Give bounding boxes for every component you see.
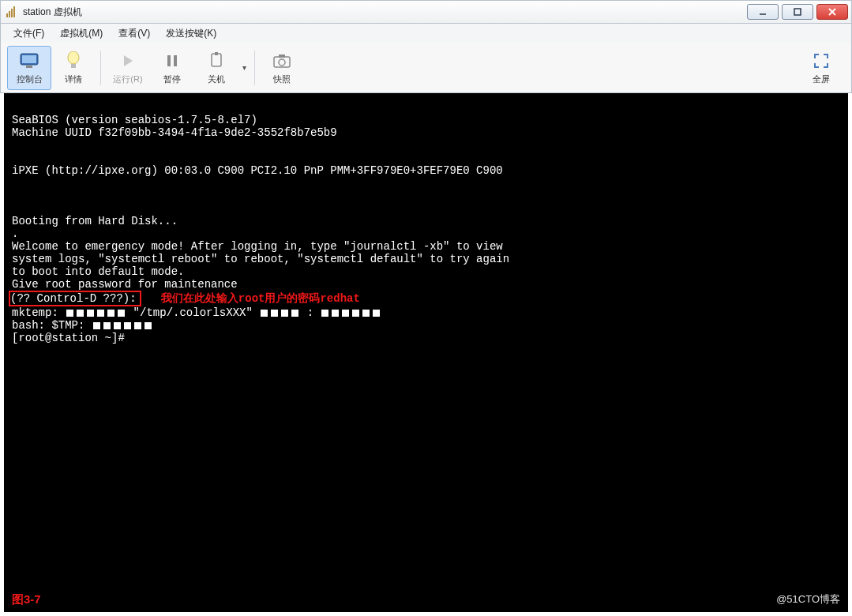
details-button[interactable]: 详情 xyxy=(51,46,96,90)
pause-label: 暂停 xyxy=(163,73,181,85)
console-line: SeaBIOS (version seabios-1.7.5-8.el7) xyxy=(12,114,257,126)
console-line: mktemp: xyxy=(12,306,65,319)
console-line: "/tmp/.colorlsXXX" xyxy=(126,306,259,319)
svg-point-11 xyxy=(68,51,79,64)
menubar: 文件(F) 虚拟机(M) 查看(V) 发送按键(K) xyxy=(0,24,852,43)
shutdown-dropdown[interactable]: ▾ xyxy=(238,46,250,90)
svg-rect-0 xyxy=(6,13,8,17)
bulb-icon xyxy=(63,51,84,71)
console-line: [root@station ~]# xyxy=(12,332,125,344)
figure-label: 图3-7 xyxy=(12,593,41,606)
watermark: @51CTO博客 xyxy=(776,593,840,606)
fullscreen-icon xyxy=(811,51,831,71)
console-button[interactable]: 控制台 xyxy=(7,46,51,90)
power-icon xyxy=(206,51,227,71)
shutdown-label: 关机 xyxy=(208,73,225,85)
run-label: 运行(R) xyxy=(113,73,142,85)
svg-rect-17 xyxy=(215,52,218,55)
details-label: 详情 xyxy=(65,73,82,85)
svg-rect-16 xyxy=(212,54,221,66)
menu-file[interactable]: 文件(F) xyxy=(6,24,52,43)
console-line: to boot into default mode. xyxy=(12,265,184,278)
console-label: 控制台 xyxy=(17,73,43,85)
console-line: . xyxy=(12,227,18,240)
annotation-text: 我们在此处输入root用户的密码redhat xyxy=(161,292,360,305)
console-line: iPXE (http://ipxe.org) 00:03.0 C900 PCI2… xyxy=(12,164,503,177)
console-line: bash: $TMP: xyxy=(12,319,92,332)
svg-rect-9 xyxy=(22,55,36,63)
fullscreen-button[interactable]: 全屏 xyxy=(799,46,843,90)
minimize-button[interactable] xyxy=(747,4,779,20)
toolbar-separator xyxy=(100,51,101,85)
console-line: (?? Control-D ???): xyxy=(10,292,137,305)
console-line: Machine UUID f32f09bb-3494-4f1a-9de2-355… xyxy=(12,126,337,139)
highlighted-prompt: (?? Control-D ???): xyxy=(9,291,141,306)
pause-button[interactable]: 暂停 xyxy=(150,46,194,90)
vm-console[interactable]: SeaBIOS (version seabios-1.7.5-8.el7) Ma… xyxy=(4,93,848,612)
svg-rect-15 xyxy=(174,55,177,66)
maximize-button[interactable] xyxy=(782,4,813,20)
play-icon xyxy=(118,51,138,71)
console-line: Booting from Hard Disk... xyxy=(12,215,178,227)
camera-icon xyxy=(272,51,292,71)
menu-vm[interactable]: 虚拟机(M) xyxy=(52,24,111,43)
shutdown-button[interactable]: 关机 xyxy=(194,46,238,90)
svg-marker-13 xyxy=(124,55,133,66)
svg-rect-10 xyxy=(26,66,32,68)
console-line: system logs, "systemctl reboot" to reboo… xyxy=(12,253,509,265)
app-icon xyxy=(6,6,18,18)
pause-icon xyxy=(162,51,182,71)
monitor-icon xyxy=(19,51,39,71)
menu-view[interactable]: 查看(V) xyxy=(111,24,158,43)
svg-rect-5 xyxy=(794,9,801,15)
snapshot-button[interactable]: 快照 xyxy=(260,46,304,90)
fullscreen-label: 全屏 xyxy=(813,73,830,85)
svg-rect-1 xyxy=(9,11,10,17)
console-line: : xyxy=(300,306,320,319)
menu-sendkey[interactable]: 发送按键(K) xyxy=(158,24,224,43)
console-line: Give root password for maintenance xyxy=(12,278,238,291)
run-button: 运行(R) xyxy=(106,46,150,90)
console-line: Welcome to emergency mode! After logging… xyxy=(12,240,503,253)
titlebar: station 虚拟机 xyxy=(0,0,852,24)
svg-rect-14 xyxy=(167,55,171,66)
window-title: station 虚拟机 xyxy=(23,6,747,19)
svg-point-20 xyxy=(279,59,285,66)
svg-rect-3 xyxy=(13,6,15,17)
toolbar: 控制台 详情 运行(R) 暂停 关机 ▾ 快照 全屏 xyxy=(0,43,852,93)
snapshot-label: 快照 xyxy=(273,73,291,85)
window-buttons xyxy=(747,4,848,20)
close-button[interactable] xyxy=(816,4,848,20)
toolbar-separator xyxy=(254,51,255,85)
svg-rect-2 xyxy=(11,9,13,17)
svg-rect-19 xyxy=(279,54,285,58)
svg-rect-12 xyxy=(71,64,76,68)
